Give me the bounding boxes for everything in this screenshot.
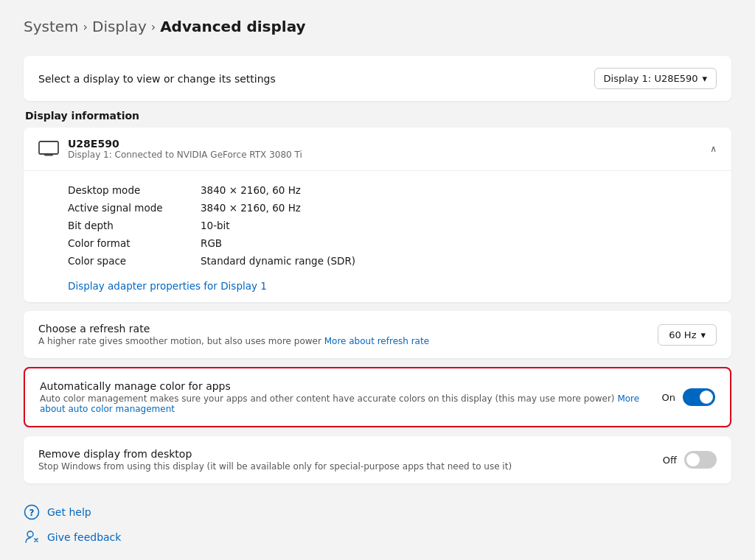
breadcrumb-system[interactable]: System [24,18,79,35]
display-info-section-header: Display information [25,110,731,122]
get-help-icon: ? [24,504,40,520]
feedback-icon [24,529,40,545]
display-selector-card: Select a display to view or change its s… [24,56,731,101]
row-label-1: Active signal mode [68,202,201,214]
refresh-rate-dropdown[interactable]: 60 Hz ▾ [658,324,717,346]
refresh-rate-title: Choose a refresh rate [38,323,658,335]
settings-page: System › Display › Advanced display Sele… [0,0,755,560]
collapse-icon: ∧ [710,144,717,154]
auto-color-card: Automatically manage color for apps Auto… [24,367,731,427]
remove-display-state-label: Off [663,455,677,466]
row-label-4: Color space [68,255,201,267]
display-info-header-left: U28E590 Display 1: Connected to NVIDIA G… [38,138,302,160]
display-info-name-block: U28E590 Display 1: Connected to NVIDIA G… [68,138,302,160]
auto-color-desc: Auto color management makes sure your ap… [40,393,647,414]
remove-display-toggle[interactable] [684,451,717,469]
breadcrumb: System › Display › Advanced display [24,18,731,35]
display-info-header[interactable]: U28E590 Display 1: Connected to NVIDIA G… [24,127,731,171]
refresh-rate-left: Choose a refresh rate A higher rate give… [38,323,658,346]
refresh-rate-value: 60 Hz [669,329,696,340]
row-label-2: Bit depth [68,220,201,231]
auto-color-title: Automatically manage color for apps [40,380,647,392]
monitor-name: U28E590 [68,138,302,150]
display-dropdown[interactable]: Display 1: U28E590 ▾ [594,68,717,89]
display-selected-value: Display 1: U28E590 [604,73,698,84]
refresh-rate-chevron-icon: ▾ [700,329,706,340]
refresh-rate-link[interactable]: More about refresh rate [324,336,429,346]
row-label-3: Color format [68,237,201,249]
monitor-subtitle: Display 1: Connected to NVIDIA GeForce R… [68,150,302,160]
auto-color-toggle[interactable] [683,388,715,406]
display-info-card: U28E590 Display 1: Connected to NVIDIA G… [24,127,731,302]
display-info-table: Desktop mode 3840 × 2160, 60 Hz Active s… [24,171,731,302]
table-row: Color format RGB [68,234,717,252]
row-value-1: 3840 × 2160, 60 Hz [201,202,301,214]
remove-display-toggle-right: Off [663,451,717,469]
display-selector-label: Select a display to view or change its s… [38,73,276,85]
remove-display-desc: Stop Windows from using this display (it… [38,461,648,472]
table-row: Desktop mode 3840 × 2160, 60 Hz [68,181,717,199]
refresh-rate-card: Choose a refresh rate A higher rate give… [24,311,731,358]
breadcrumb-chevron-1: › [83,20,88,34]
dropdown-chevron-icon: ▾ [702,73,707,84]
adapter-properties-link[interactable]: Display adapter properties for Display 1 [68,280,267,292]
svg-rect-0 [39,141,58,154]
row-value-2: 10-bit [201,220,230,231]
auto-color-toggle-right: On [662,388,715,406]
table-row: Active signal mode 3840 × 2160, 60 Hz [68,199,717,217]
row-label-0: Desktop mode [68,184,201,196]
get-help-item: ? Get help [24,504,731,520]
page-title: Advanced display [160,18,305,35]
get-help-link[interactable]: Get help [47,506,91,518]
remove-display-title: Remove display from desktop [38,448,648,460]
row-value-4: Standard dynamic range (SDR) [201,255,355,267]
row-value-0: 3840 × 2160, 60 Hz [201,184,301,196]
breadcrumb-chevron-2: › [151,20,156,34]
footer-links: ? Get help Give feedback [24,504,731,545]
table-row: Bit depth 10-bit [68,217,717,234]
remove-display-left: Remove display from desktop Stop Windows… [38,448,648,472]
monitor-icon [38,141,59,157]
auto-color-state-label: On [662,392,675,403]
refresh-rate-desc: A higher rate gives smoother motion, but… [38,336,658,346]
breadcrumb-display[interactable]: Display [92,18,147,35]
table-row: Color space Standard dynamic range (SDR) [68,252,717,270]
svg-point-3 [27,531,33,537]
auto-color-left: Automatically manage color for apps Auto… [40,380,647,414]
remove-display-card: Remove display from desktop Stop Windows… [24,436,731,483]
feedback-link[interactable]: Give feedback [47,531,121,543]
svg-text:?: ? [29,508,35,518]
row-value-3: RGB [201,237,222,249]
give-feedback-item: Give feedback [24,529,731,545]
